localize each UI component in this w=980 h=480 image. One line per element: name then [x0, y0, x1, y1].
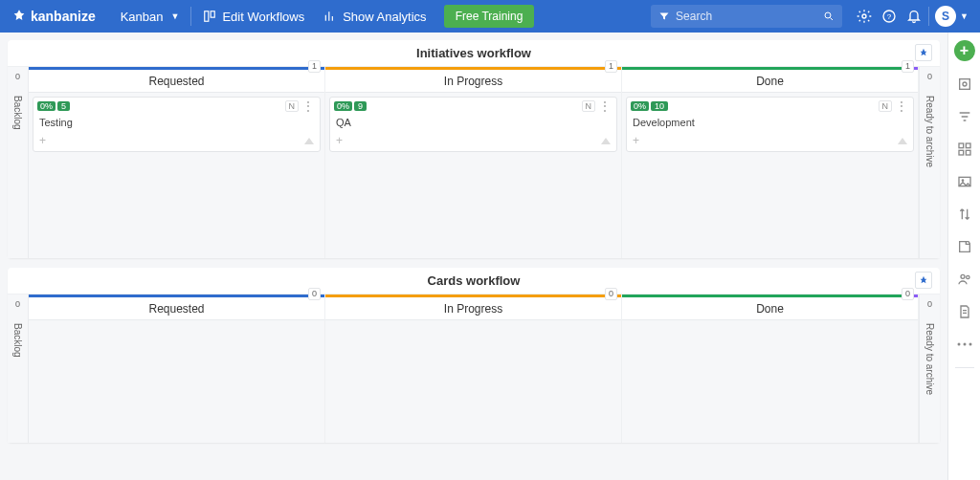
svg-point-4 [862, 14, 866, 18]
column-header[interactable]: Requested0 [29, 297, 324, 320]
card[interactable]: 0%9N⋮QA+ [329, 97, 617, 152]
archive-label: Ready to archive [924, 323, 935, 395]
settings-button[interactable] [852, 0, 877, 33]
free-training-label: Free Training [456, 10, 523, 23]
svg-point-16 [966, 275, 969, 278]
workflow-body: 0BacklogRequested0In Progress0Done00Read… [8, 295, 940, 443]
backlog-column[interactable]: 0Backlog [8, 67, 29, 258]
column: In Progress0 [325, 295, 622, 443]
column-header[interactable]: Done0 [622, 297, 918, 320]
card-add-button[interactable]: + [39, 134, 46, 147]
column-name: Done [756, 302, 784, 316]
column-header[interactable]: In Progress0 [325, 297, 621, 320]
card-top: 0%9N⋮ [330, 98, 616, 115]
edit-workflows-button[interactable]: Edit Workflows [193, 0, 314, 33]
column-header[interactable]: Done1 [622, 70, 918, 93]
search-icon [823, 11, 835, 22]
board-main: Initiatives workflow0BacklogRequested10%… [0, 33, 947, 480]
sidebar-filter-icon[interactable] [955, 107, 974, 126]
sidebar-people-icon[interactable] [955, 270, 974, 289]
sidebar-doc-icon[interactable] [955, 302, 974, 321]
backlog-column[interactable]: 0Backlog [8, 295, 29, 443]
column-name: In Progress [444, 302, 502, 316]
column: Done10%10N⋮Development+ [622, 67, 919, 258]
column-name: In Progress [444, 75, 502, 88]
board-dropdown[interactable]: Kanban ▼ [111, 0, 189, 33]
column: Requested10%5N⋮Testing+ [29, 67, 325, 258]
svg-text:?: ? [887, 12, 892, 21]
card-add-button[interactable]: + [336, 134, 343, 147]
column-body[interactable]: 0%9N⋮QA+ [325, 93, 621, 258]
workflow-icon [203, 10, 216, 23]
add-card-button[interactable]: + [954, 40, 975, 61]
triangle-icon [304, 138, 314, 144]
sidebar-note-icon[interactable] [955, 237, 974, 256]
column: Requested0 [29, 295, 325, 443]
archive-column[interactable]: 0Ready to archive [919, 295, 940, 443]
logo-icon [11, 9, 27, 24]
svg-rect-0 [205, 11, 209, 22]
column-count: 1 [902, 60, 914, 73]
card-footer: + [33, 132, 320, 151]
help-button[interactable]: ? [877, 0, 902, 33]
column-name: Requested [148, 302, 204, 316]
workflow: Cards workflow0BacklogRequested0In Progr… [8, 268, 940, 443]
workflow-title: Initiatives workflow [416, 46, 531, 60]
card-badge: N [285, 100, 300, 112]
svg-point-15 [961, 274, 965, 278]
archive-column[interactable]: 0Ready to archive [919, 67, 940, 258]
card-title: Development [627, 115, 913, 132]
card-progress: 0% [334, 101, 352, 111]
card[interactable]: 0%10N⋮Development+ [626, 97, 914, 152]
avatar[interactable]: S [935, 6, 956, 27]
svg-point-14 [961, 179, 964, 182]
column-header[interactable]: Requested1 [29, 70, 324, 93]
card-menu-button[interactable]: ⋮ [894, 99, 909, 113]
svg-point-2 [825, 12, 831, 18]
card-top: 0%5N⋮ [33, 98, 320, 115]
filter-icon [658, 11, 670, 22]
column: Done0 [622, 295, 919, 443]
search-input[interactable] [676, 10, 823, 23]
column-body[interactable] [29, 320, 324, 443]
svg-point-18 [963, 343, 966, 346]
backlog-label: Backlog [12, 96, 23, 130]
sidebar-tool-1[interactable] [955, 75, 974, 94]
card[interactable]: 0%5N⋮Testing+ [33, 97, 321, 152]
card-menu-button[interactable]: ⋮ [301, 99, 316, 113]
column-body[interactable] [622, 320, 918, 443]
card-menu-button[interactable]: ⋮ [597, 99, 612, 113]
chevron-down-icon: ▼ [960, 11, 969, 21]
triangle-icon [898, 138, 907, 144]
column-name: Requested [148, 75, 204, 88]
column-header[interactable]: In Progress1 [325, 70, 621, 93]
svg-rect-7 [959, 79, 969, 90]
search-box[interactable] [651, 5, 842, 28]
svg-line-3 [831, 18, 834, 21]
card-progress: 0% [631, 101, 649, 111]
card-title: QA [330, 115, 616, 132]
sidebar-sort-icon[interactable] [955, 205, 974, 224]
column-count: 1 [605, 60, 617, 73]
svg-point-8 [963, 82, 967, 86]
column-body[interactable]: 0%10N⋮Development+ [622, 93, 918, 258]
column-body[interactable]: 0%5N⋮Testing+ [29, 93, 324, 258]
column-count: 1 [308, 60, 321, 73]
show-analytics-button[interactable]: Show Analytics [314, 0, 435, 33]
card-id: 5 [57, 101, 70, 111]
card-add-button[interactable]: + [633, 134, 639, 147]
card-badge: N [582, 100, 596, 112]
sidebar-grid-icon[interactable] [955, 140, 974, 159]
pin-button[interactable] [915, 272, 932, 289]
brand-logo[interactable]: kanbanize [11, 9, 96, 24]
sidebar-image-icon[interactable] [955, 172, 974, 191]
card-id: 9 [354, 101, 367, 111]
pin-button[interactable] [915, 44, 932, 61]
column-body[interactable] [325, 320, 621, 443]
free-training-button[interactable]: Free Training [444, 5, 535, 28]
notifications-button[interactable] [902, 0, 926, 33]
card-id: 10 [651, 101, 668, 111]
archive-count: 0 [924, 71, 935, 82]
sidebar-more-icon[interactable] [955, 335, 974, 354]
board-name: Kanban [121, 10, 164, 24]
